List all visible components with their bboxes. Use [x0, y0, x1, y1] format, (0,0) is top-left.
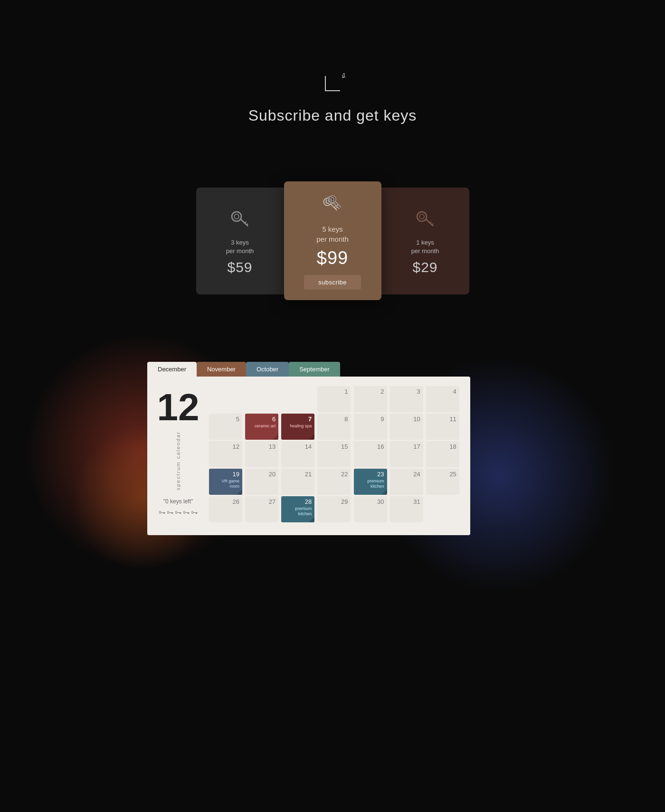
- left-card-label: 3 keys per month: [226, 238, 254, 255]
- svg-line-16: [335, 201, 341, 207]
- calendar-day-24: 24: [390, 469, 423, 495]
- pricing-section: 3 keys per month $59: [196, 181, 469, 300]
- svg-point-1: [234, 214, 239, 219]
- key-icon-1: 🗝: [159, 509, 165, 516]
- key-icon-4: 🗝: [183, 509, 190, 516]
- calendar-day-2: 2: [354, 386, 387, 412]
- center-card-price: $99: [317, 248, 348, 268]
- key-icon-small-left: [228, 206, 252, 232]
- pricing-card-center: 5 keys per month $99 subscribe: [284, 181, 381, 300]
- calendar-day-18: 18: [426, 441, 459, 467]
- calendar-day-7: 7healing spa: [281, 414, 314, 440]
- left-card-price: $59: [227, 259, 252, 275]
- calendar-day-30: 30: [354, 496, 387, 522]
- calendar-day-16: 16: [354, 441, 387, 467]
- svg-line-21: [432, 224, 433, 225]
- calendar-day-31: 31: [390, 496, 423, 522]
- logo-superscript: 1: [342, 72, 346, 78]
- key-icon-3: 🗝: [175, 509, 181, 516]
- calendar-day-5: 5: [209, 414, 242, 440]
- logo-section: 1 Subscribe and get keys: [248, 76, 417, 124]
- calendar-day-15: 15: [317, 441, 351, 467]
- calendar-day-6: 6ceramic art: [245, 414, 278, 440]
- svg-point-17: [417, 212, 427, 221]
- pricing-card-right: 1 keys per month $29: [381, 188, 469, 294]
- calendar-day-27: 27: [245, 496, 278, 522]
- tab-september[interactable]: September: [289, 362, 340, 377]
- svg-line-8: [334, 206, 336, 208]
- calendar-left-sidebar: 12 spectrum calendar "0 keys left" 🗝 🗝 🗝…: [157, 386, 200, 526]
- calendar-body: 12 spectrum calendar "0 keys left" 🗝 🗝 🗝…: [147, 377, 470, 535]
- calendar-tabs: December November October September: [147, 362, 470, 377]
- right-card-label: 1 keys per month: [411, 238, 439, 255]
- calendar-day-12: 12: [209, 441, 242, 467]
- key-icons-row: 🗝 🗝 🗝 🗝 🗝: [159, 509, 198, 516]
- svg-line-9: [335, 208, 337, 209]
- calendar-day-1: 1: [317, 386, 351, 412]
- tab-november[interactable]: November: [197, 362, 246, 377]
- calendar-day-13: 13: [245, 441, 278, 467]
- center-card-label: 5 keys per month: [316, 224, 349, 244]
- calendar-day-25: 25: [426, 469, 459, 495]
- svg-line-3: [245, 222, 246, 223]
- calendar-day-29: 29: [317, 496, 351, 522]
- right-card-price: $29: [412, 259, 437, 275]
- svg-line-4: [247, 224, 248, 225]
- logo-icon: 1: [325, 76, 340, 94]
- subscribe-button[interactable]: subscribe: [304, 275, 361, 290]
- svg-point-0: [232, 212, 241, 221]
- calendar-day-20: 20: [245, 469, 278, 495]
- key-icon-5: 🗝: [191, 509, 198, 516]
- month-number: 12: [157, 388, 200, 426]
- svg-line-13: [337, 205, 338, 206]
- calendar-day-14: 14: [281, 441, 314, 467]
- calendar-section: December November October September 12 s…: [147, 362, 470, 535]
- svg-line-20: [430, 222, 431, 223]
- tab-october[interactable]: October: [246, 362, 289, 377]
- calendar-day-17: 17: [390, 441, 423, 467]
- calendar-day-26: 26: [209, 496, 242, 522]
- calendar-day-11: 11: [426, 414, 459, 440]
- svg-point-18: [419, 214, 424, 219]
- page-title: Subscribe and get keys: [248, 107, 417, 124]
- calendar-day-19: 19VR game room: [209, 469, 242, 495]
- calendar-day-23: 23premium kitchen: [354, 469, 387, 495]
- svg-point-14: [329, 196, 336, 202]
- calendar-day-4: 4: [426, 386, 459, 412]
- calendar-day-28: 28premium kitchen: [281, 496, 314, 522]
- key-icon-large-center: [321, 192, 344, 217]
- sidebar-label: spectrum calendar: [175, 431, 181, 491]
- calendar-day-21: 21: [281, 469, 314, 495]
- calendar-day-9: 9: [354, 414, 387, 440]
- keys-left-label: "0 keys left": [163, 498, 193, 505]
- calendar-day-8: 8: [317, 414, 351, 440]
- tab-december[interactable]: December: [147, 362, 197, 377]
- calendar-grid: 123456ceramic art7healing spa89101112131…: [209, 386, 461, 526]
- calendar-day-22: 22: [317, 469, 351, 495]
- key-icon-2: 🗝: [167, 509, 173, 516]
- key-icon-small-right: [413, 206, 437, 232]
- pricing-card-left: 3 keys per month $59: [196, 188, 284, 294]
- calendar-day-3: 3: [390, 386, 423, 412]
- calendar-day-10: 10: [390, 414, 423, 440]
